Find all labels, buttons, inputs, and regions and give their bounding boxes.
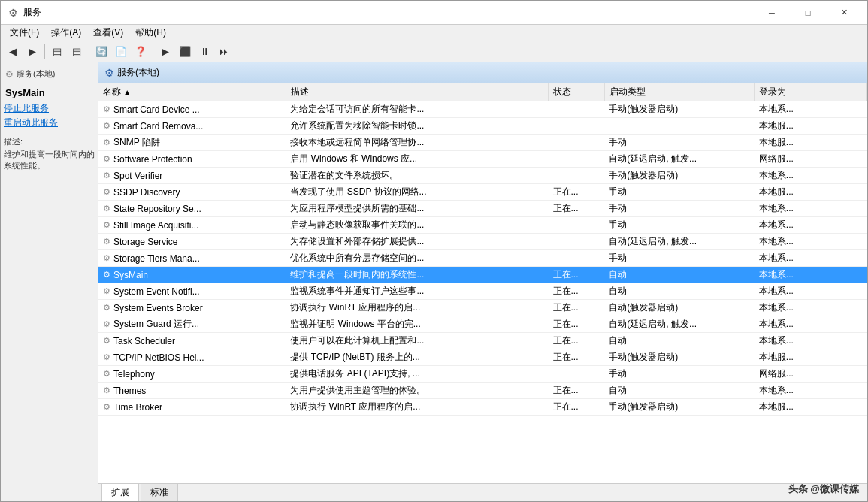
back-button[interactable]: ◀ (4, 44, 22, 60)
service-desc: 当发现了使用 SSDP 协议的网络... (286, 184, 548, 201)
tab-extend[interactable]: 扩展 (101, 483, 139, 501)
minimize-button[interactable]: ─ (755, 1, 789, 25)
service-desc: 启动与静态映像获取事件关联的... (286, 217, 548, 234)
table-row[interactable]: ⚙Time Broker协调执行 WinRT 应用程序的启...正在...手动(… (98, 399, 867, 416)
col-header-status[interactable]: 状态 (549, 83, 605, 101)
table-row[interactable]: ⚙Task Scheduler使用户可以在此计算机上配置和...正在...自动本… (98, 333, 867, 349)
row-service-icon: ⚙ (103, 402, 110, 412)
restart-service-link[interactable]: 重启动此服务 (4, 116, 95, 130)
table-row[interactable]: ⚙Smart Card Remova...允许系统配置为移除智能卡时锁...本地… (98, 118, 867, 135)
menu-file[interactable]: 文件(F) (4, 25, 45, 41)
service-login: 本地系... (755, 300, 867, 316)
table-row[interactable]: ⚙Smart Card Device ...为给定会话可访问的所有智能卡...手… (98, 101, 867, 118)
service-desc: 启用 Windows 和 Windows 应... (286, 151, 548, 168)
service-name: Still Image Acquisiti... (113, 220, 198, 231)
tab-standard[interactable]: 标准 (141, 483, 178, 501)
row-service-icon: ⚙ (103, 303, 110, 313)
left-panel: ⚙ 服务(本地) SysMain 停止此服务 重启动此服务 描述: 维护和提高一… (1, 62, 98, 501)
table-row[interactable]: ⚙Software Protection启用 Windows 和 Windows… (98, 151, 867, 168)
row-service-icon: ⚙ (103, 154, 110, 164)
refresh-button[interactable]: 🔄 (92, 44, 110, 60)
service-startup: 自动(触发器启动) (604, 300, 755, 316)
row-service-icon: ⚙ (103, 386, 110, 395)
table-row[interactable]: ⚙Still Image Acquisiti...启动与静态映像获取事件关联的.… (98, 217, 867, 234)
restart-button[interactable]: ⏭ (215, 44, 233, 60)
table-row[interactable]: ⚙TCP/IP NetBIOS Hel...提供 TCP/IP (NetBT) … (98, 349, 867, 366)
service-login: 本地系... (755, 333, 867, 349)
table-row[interactable]: ⚙System Events Broker协调执行 WinRT 应用程序的启..… (98, 300, 867, 316)
service-status: 正在... (549, 300, 605, 316)
stop-button[interactable]: ⬛ (176, 44, 194, 60)
title-bar: ⚙ 服务 ─ □ ✕ (1, 1, 867, 25)
table-row[interactable]: ⚙Storage Tiers Mana...优化系统中所有分层存储空间的...手… (98, 250, 867, 267)
service-desc: 使用户可以在此计算机上配置和... (286, 333, 548, 349)
stop-service-link[interactable]: 停止此服务 (4, 101, 95, 116)
service-startup: 自动(延迟启动, 触发... (604, 151, 755, 168)
table-row[interactable]: ⚙Telephony提供电话服务 API (TAPI)支持, ...手动网络服.… (98, 366, 867, 383)
service-startup: 自动 (604, 283, 755, 300)
table-row[interactable]: ⚙SysMain维护和提高一段时间内的系统性...正在...自动本地系... (98, 267, 867, 283)
service-desc: 监视并证明 Windows 平台的完... (286, 316, 548, 333)
service-name: System Guard 运行... (113, 318, 199, 331)
export-button[interactable]: 📄 (112, 44, 130, 60)
service-desc: 提供电话服务 API (TAPI)支持, ... (286, 366, 548, 383)
menu-action[interactable]: 操作(A) (45, 25, 87, 41)
hide-tree-button[interactable]: ▤ (68, 44, 86, 60)
col-header-name[interactable]: 名称 ▲ (98, 83, 286, 101)
row-service-icon: ⚙ (103, 253, 110, 263)
service-login: 本地服... (755, 399, 867, 416)
service-desc: 提供 TCP/IP (NetBT) 服务上的... (286, 349, 548, 366)
table-row[interactable]: ⚙Themes为用户提供使用主题管理的体验。正在...自动本地系... (98, 383, 867, 399)
service-name: Storage Service (113, 237, 177, 247)
row-service-icon: ⚙ (103, 352, 110, 362)
menu-view[interactable]: 查看(V) (87, 25, 129, 41)
col-header-startup[interactable]: 启动类型 (604, 83, 755, 101)
service-startup: 手动(触发器启动) (604, 101, 755, 118)
help-button[interactable]: ❓ (132, 44, 150, 60)
table-row[interactable]: ⚙System Guard 运行...监视并证明 Windows 平台的完...… (98, 316, 867, 333)
menu-help[interactable]: 帮助(H) (129, 25, 172, 41)
service-name: Time Broker (113, 402, 162, 413)
service-status (549, 217, 605, 234)
service-name: State Repository Se... (113, 204, 201, 214)
table-row[interactable]: ⚙State Repository Se...为应用程序模型提供所需的基础...… (98, 201, 867, 217)
show-tree-button[interactable]: ▤ (48, 44, 66, 60)
table-row[interactable]: ⚙SSDP Discovery当发现了使用 SSDP 协议的网络...正在...… (98, 184, 867, 201)
service-name: SysMain (113, 270, 148, 280)
col-header-login[interactable]: 登录为 (755, 83, 867, 101)
play-button[interactable]: ▶ (156, 44, 174, 60)
service-desc: 优化系统中所有分层存储空间的... (286, 250, 548, 267)
pause-button[interactable]: ⏸ (195, 44, 213, 60)
table-row[interactable]: ⚙System Event Notifi...监视系统事件并通知订户这些事...… (98, 283, 867, 300)
services-table-container[interactable]: 名称 ▲ 描述 状态 启动类型 登录为 ⚙Smart Card Device .… (98, 83, 867, 483)
service-status (549, 250, 605, 267)
services-table: 名称 ▲ 描述 状态 启动类型 登录为 ⚙Smart Card Device .… (98, 83, 867, 416)
service-login: 本地系... (755, 316, 867, 333)
service-startup: 手动 (604, 201, 755, 217)
table-row[interactable]: ⚙SNMP 陷阱接收本地或远程简单网络管理协...手动本地服... (98, 135, 867, 151)
left-service-name: SysMain (4, 83, 95, 101)
toolbar-separator-2 (89, 44, 89, 59)
maximize-button[interactable]: □ (791, 1, 825, 25)
right-panel: ⚙ 服务(本地) 名称 ▲ 描述 状态 启动类型 登录为 (98, 62, 867, 501)
service-startup: 手动(触发器启动) (604, 349, 755, 366)
row-service-icon: ⚙ (103, 138, 110, 147)
service-name: Spot Verifier (113, 171, 162, 181)
service-name: System Events Broker (113, 303, 203, 313)
row-service-icon: ⚙ (103, 171, 110, 180)
table-row[interactable]: ⚙Spot Verifier验证潜在的文件系统损坏。手动(触发器启动)本地系..… (98, 168, 867, 184)
service-status: 正在... (549, 267, 605, 283)
toolbar-separator-1 (44, 44, 45, 59)
service-startup (604, 118, 755, 135)
table-row[interactable]: ⚙Storage Service为存储设置和外部存储扩展提供...自动(延迟启动… (98, 234, 867, 250)
close-button[interactable]: ✕ (827, 1, 861, 25)
service-name: SSDP Discovery (113, 187, 180, 198)
panel-header-text: 服务(本地) (117, 66, 159, 79)
col-header-desc[interactable]: 描述 (286, 83, 548, 101)
service-name: Task Scheduler (113, 336, 175, 346)
service-status: 正在... (549, 349, 605, 366)
service-login: 网络服... (755, 366, 867, 383)
forward-button[interactable]: ▶ (23, 44, 41, 60)
panel-service-icon: ⚙ (5, 69, 14, 80)
service-name: SNMP 陷阱 (113, 136, 160, 149)
